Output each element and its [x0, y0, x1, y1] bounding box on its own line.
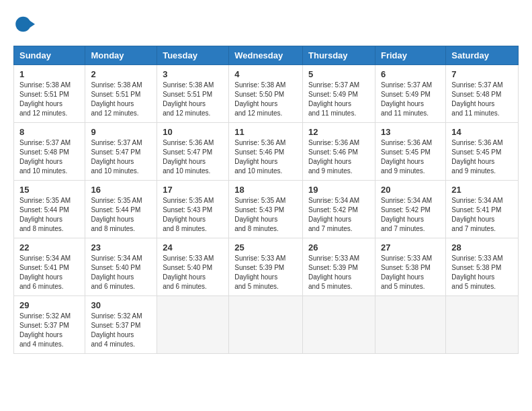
calendar-week-2: 8 Sunrise: 5:37 AM Sunset: 5:48 PM Dayli… [14, 123, 519, 181]
day-info: Sunrise: 5:38 AM Sunset: 5:51 PM Dayligh… [163, 81, 223, 118]
day-info: Sunrise: 5:34 AM Sunset: 5:41 PM Dayligh… [451, 196, 513, 234]
day-info: Sunrise: 5:35 AM Sunset: 5:44 PM Dayligh… [19, 196, 79, 234]
day-info: Sunrise: 5:33 AM Sunset: 5:39 PM Dayligh… [234, 254, 297, 291]
day-cell-22: 22 Sunrise: 5:34 AM Sunset: 5:41 PM Dayl… [14, 238, 85, 296]
calendar-week-5: 29 Sunrise: 5:32 AM Sunset: 5:37 PM Dayl… [14, 296, 519, 354]
day-cell-20: 20 Sunrise: 5:34 AM Sunset: 5:42 PM Dayl… [375, 181, 445, 238]
day-header-monday: Monday [85, 46, 157, 65]
day-cell-13: 13 Sunrise: 5:36 AM Sunset: 5:45 PM Dayl… [375, 123, 445, 181]
day-number: 7 [451, 69, 513, 79]
day-info: Sunrise: 5:37 AM Sunset: 5:48 PM Dayligh… [19, 138, 79, 176]
day-info: Sunrise: 5:38 AM Sunset: 5:51 PM Dayligh… [19, 81, 79, 118]
calendar-week-1: 1 Sunrise: 5:38 AM Sunset: 5:51 PM Dayli… [14, 65, 519, 123]
day-info: Sunrise: 5:35 AM Sunset: 5:43 PM Dayligh… [234, 196, 297, 234]
day-header-sunday: Sunday [14, 46, 85, 65]
day-number: 27 [381, 242, 440, 253]
day-info: Sunrise: 5:33 AM Sunset: 5:40 PM Dayligh… [163, 254, 223, 291]
page-header [13, 13, 519, 35]
day-number: 21 [451, 185, 513, 195]
empty-cell [229, 296, 303, 354]
day-number: 3 [163, 69, 223, 79]
day-number: 29 [19, 300, 79, 310]
svg-point-0 [15, 17, 30, 32]
day-number: 23 [91, 242, 151, 253]
day-info: Sunrise: 5:36 AM Sunset: 5:46 PM Dayligh… [308, 138, 369, 176]
day-number: 11 [234, 127, 297, 137]
day-number: 10 [163, 127, 223, 137]
day-header-friday: Friday [375, 46, 445, 65]
day-cell-26: 26 Sunrise: 5:33 AM Sunset: 5:39 PM Dayl… [303, 238, 375, 296]
day-cell-16: 16 Sunrise: 5:35 AM Sunset: 5:44 PM Dayl… [85, 181, 157, 238]
day-cell-5: 5 Sunrise: 5:37 AM Sunset: 5:49 PM Dayli… [303, 65, 375, 123]
day-number: 13 [381, 127, 440, 137]
day-cell-23: 23 Sunrise: 5:34 AM Sunset: 5:40 PM Dayl… [85, 238, 157, 296]
day-cell-18: 18 Sunrise: 5:35 AM Sunset: 5:43 PM Dayl… [229, 181, 303, 238]
day-cell-12: 12 Sunrise: 5:36 AM Sunset: 5:46 PM Dayl… [303, 123, 375, 181]
day-info: Sunrise: 5:34 AM Sunset: 5:41 PM Dayligh… [19, 254, 79, 291]
calendar-week-3: 15 Sunrise: 5:35 AM Sunset: 5:44 PM Dayl… [14, 181, 519, 238]
day-cell-6: 6 Sunrise: 5:37 AM Sunset: 5:49 PM Dayli… [375, 65, 445, 123]
calendar-table: SundayMondayTuesdayWednesdayThursdayFrid… [13, 46, 519, 354]
day-number: 4 [234, 69, 297, 79]
day-info: Sunrise: 5:32 AM Sunset: 5:37 PM Dayligh… [91, 312, 151, 349]
day-cell-2: 2 Sunrise: 5:38 AM Sunset: 5:51 PM Dayli… [85, 65, 157, 123]
day-cell-8: 8 Sunrise: 5:37 AM Sunset: 5:48 PM Dayli… [14, 123, 85, 181]
day-info: Sunrise: 5:35 AM Sunset: 5:44 PM Dayligh… [91, 196, 151, 234]
day-info: Sunrise: 5:35 AM Sunset: 5:43 PM Dayligh… [163, 196, 223, 234]
day-cell-11: 11 Sunrise: 5:36 AM Sunset: 5:46 PM Dayl… [229, 123, 303, 181]
calendar-week-4: 22 Sunrise: 5:34 AM Sunset: 5:41 PM Dayl… [14, 238, 519, 296]
day-info: Sunrise: 5:38 AM Sunset: 5:50 PM Dayligh… [234, 81, 297, 118]
day-number: 24 [163, 242, 223, 253]
day-info: Sunrise: 5:37 AM Sunset: 5:49 PM Dayligh… [308, 81, 369, 118]
calendar-header-row: SundayMondayTuesdayWednesdayThursdayFrid… [14, 46, 519, 65]
day-number: 26 [308, 242, 369, 253]
day-cell-10: 10 Sunrise: 5:36 AM Sunset: 5:47 PM Dayl… [157, 123, 229, 181]
day-cell-1: 1 Sunrise: 5:38 AM Sunset: 5:51 PM Dayli… [14, 65, 85, 123]
day-cell-29: 29 Sunrise: 5:32 AM Sunset: 5:37 PM Dayl… [14, 296, 85, 354]
day-header-tuesday: Tuesday [157, 46, 229, 65]
day-number: 17 [163, 185, 223, 195]
day-number: 14 [451, 127, 513, 137]
day-info: Sunrise: 5:36 AM Sunset: 5:45 PM Dayligh… [451, 138, 513, 176]
day-info: Sunrise: 5:32 AM Sunset: 5:37 PM Dayligh… [19, 312, 79, 349]
day-info: Sunrise: 5:36 AM Sunset: 5:47 PM Dayligh… [163, 138, 223, 176]
day-info: Sunrise: 5:36 AM Sunset: 5:46 PM Dayligh… [234, 138, 297, 176]
day-cell-4: 4 Sunrise: 5:38 AM Sunset: 5:50 PM Dayli… [229, 65, 303, 123]
logo-icon [13, 13, 35, 35]
day-header-wednesday: Wednesday [229, 46, 303, 65]
day-info: Sunrise: 5:33 AM Sunset: 5:39 PM Dayligh… [308, 254, 369, 291]
day-cell-30: 30 Sunrise: 5:32 AM Sunset: 5:37 PM Dayl… [85, 296, 157, 354]
svg-marker-1 [28, 20, 35, 29]
day-number: 15 [19, 185, 79, 195]
day-number: 1 [19, 69, 79, 79]
day-cell-24: 24 Sunrise: 5:33 AM Sunset: 5:40 PM Dayl… [157, 238, 229, 296]
day-number: 25 [234, 242, 297, 253]
day-info: Sunrise: 5:33 AM Sunset: 5:38 PM Dayligh… [381, 254, 440, 291]
day-info: Sunrise: 5:37 AM Sunset: 5:48 PM Dayligh… [451, 81, 513, 118]
day-info: Sunrise: 5:34 AM Sunset: 5:42 PM Dayligh… [381, 196, 440, 234]
day-header-saturday: Saturday [446, 46, 519, 65]
day-cell-25: 25 Sunrise: 5:33 AM Sunset: 5:39 PM Dayl… [229, 238, 303, 296]
day-cell-14: 14 Sunrise: 5:36 AM Sunset: 5:45 PM Dayl… [446, 123, 519, 181]
day-cell-15: 15 Sunrise: 5:35 AM Sunset: 5:44 PM Dayl… [14, 181, 85, 238]
day-number: 16 [91, 185, 151, 195]
day-info: Sunrise: 5:36 AM Sunset: 5:45 PM Dayligh… [381, 138, 440, 176]
day-info: Sunrise: 5:34 AM Sunset: 5:42 PM Dayligh… [308, 196, 369, 234]
day-cell-27: 27 Sunrise: 5:33 AM Sunset: 5:38 PM Dayl… [375, 238, 445, 296]
day-number: 28 [451, 242, 513, 253]
day-info: Sunrise: 5:38 AM Sunset: 5:51 PM Dayligh… [91, 81, 151, 118]
day-cell-3: 3 Sunrise: 5:38 AM Sunset: 5:51 PM Dayli… [157, 65, 229, 123]
day-cell-19: 19 Sunrise: 5:34 AM Sunset: 5:42 PM Dayl… [303, 181, 375, 238]
day-number: 18 [234, 185, 297, 195]
empty-cell [303, 296, 375, 354]
day-number: 22 [19, 242, 79, 253]
day-info: Sunrise: 5:34 AM Sunset: 5:40 PM Dayligh… [91, 254, 151, 291]
day-number: 12 [308, 127, 369, 137]
day-info: Sunrise: 5:37 AM Sunset: 5:47 PM Dayligh… [91, 138, 151, 176]
day-number: 8 [19, 127, 79, 137]
empty-cell [375, 296, 445, 354]
day-number: 30 [91, 300, 151, 310]
day-number: 20 [381, 185, 440, 195]
day-cell-17: 17 Sunrise: 5:35 AM Sunset: 5:43 PM Dayl… [157, 181, 229, 238]
day-cell-9: 9 Sunrise: 5:37 AM Sunset: 5:47 PM Dayli… [85, 123, 157, 181]
